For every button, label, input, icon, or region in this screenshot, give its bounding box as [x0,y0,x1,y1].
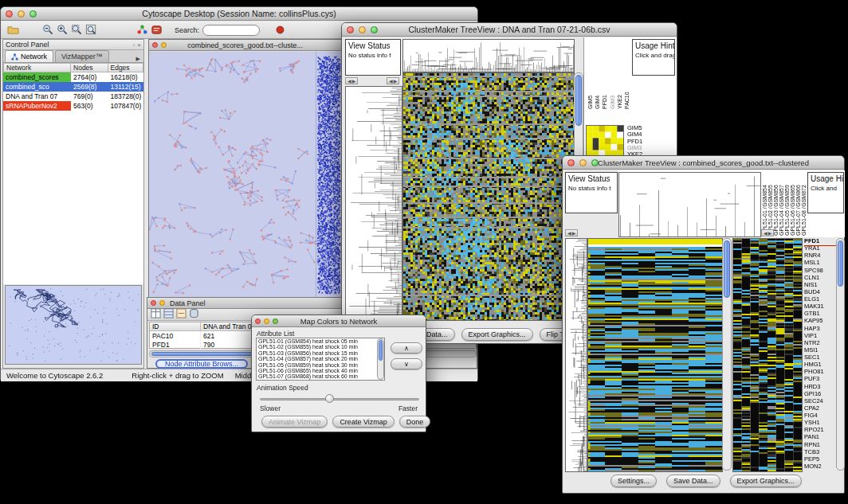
column-label[interactable]: GPL51-01 (GSM854 [761,172,767,236]
tab-overflow-icon[interactable]: ▶ [133,56,143,62]
gene-label[interactable]: MON2 [804,463,836,471]
column-label[interactable]: GPL51-02 (GSM855 [767,172,772,236]
zoom-fit-icon[interactable] [84,23,98,37]
annotation-icon[interactable] [149,23,163,37]
attribute-list-item[interactable]: GPL51-04 (GSM857) heat shock 20 min [257,356,384,361]
treeview-button[interactable]: Settings... [610,475,657,487]
attribute-function-icon[interactable] [176,307,186,322]
column-dendrogram-canvas[interactable] [618,172,761,237]
zoom-selected-icon[interactable] [69,23,84,37]
column-label[interactable]: GPL51-03 (GSM856 [772,172,778,236]
treeview-button[interactable]: Save Data... [666,475,720,487]
network-canvas[interactable] [149,52,341,297]
view-status-title: View Status [348,41,398,50]
treeview1-titlebar[interactable]: ClusterMaker TreeView : DNA and Tran 07-… [342,23,677,37]
network-list-row[interactable]: DNA and Tran 07 769(0) 183728(0) [3,92,143,101]
float-panel-icon[interactable]: ▫ [132,41,135,49]
speed-slider-track[interactable] [260,398,419,400]
network-name: sRNAPuberNov2 [3,101,71,111]
tab-network-label: Network [21,53,47,61]
frame-minimize-icon[interactable] [159,300,165,306]
slower-label: Slower [260,404,281,412]
scroll-left-right-icons[interactable]: ◀▶ [565,229,578,236]
view-status-panel: View Status No status info f [345,39,401,76]
network-view-titlebar[interactable]: combined_scores_good.txt--cluste... [149,40,341,51]
database-icon[interactable] [189,307,199,322]
treeview-button[interactable]: Export Graphics... [730,475,802,487]
column-label[interactable]: GPL51-07 (GSM866 [795,172,800,236]
attribute-list: GPL51-01 (GSM854) heat shock 05 minGPL51… [256,338,385,381]
network-list-row[interactable]: combined_sco 2569(8) 13112(15) [3,82,143,92]
attribute-list-items: GPL51-01 (GSM854) heat shock 05 minGPL51… [257,338,384,380]
column-label[interactable]: GIM4 [594,41,600,109]
secondary-heatmap-canvas[interactable] [732,238,803,472]
column-dendrogram-canvas[interactable] [402,39,575,72]
usage-hints-panel: Usage Hints Click and drag to [632,39,675,76]
zoom-in-icon[interactable] [55,23,69,37]
column-label[interactable]: GPL51-04 (GSM857 [778,172,783,236]
usage-hints-panel: Usage Hints Click and [807,172,844,213]
column-label[interactable]: GIM5 [587,41,593,109]
zoom-out-icon[interactable] [41,23,55,37]
network-name: DNA and Tran 07 [3,92,71,101]
dialog-titlebar[interactable]: Map Colors to Network [252,315,426,327]
network-overview-thumbnail[interactable] [5,285,142,365]
close-panel-icon[interactable]: × [137,41,141,49]
column-label[interactable]: PAC10 [623,41,630,109]
scroll-left-right-icons[interactable]: ◀▶ [345,77,358,84]
treeview-button[interactable]: Export Graphics... [461,328,533,341]
column-label[interactable]: GIM3 [609,41,615,109]
tab-vizmapper[interactable]: VizMapper™ [55,50,109,62]
speed-slider-thumb[interactable] [325,394,334,403]
move-down-button[interactable]: ∨ [391,358,422,369]
attribute-grid-icon[interactable] [163,307,174,322]
column-label[interactable]: GPL51-06 (GSM865 [789,172,795,236]
move-up-button[interactable]: ∧ [391,342,422,354]
heatmap-vscrollbar[interactable] [722,238,732,471]
dialog-button[interactable]: Animate Vizmap [261,416,328,428]
treeview2-titlebar[interactable]: ClusterMaker TreeView : combined_scores_… [563,156,844,170]
open-file-icon[interactable] [6,23,20,37]
main-titlebar[interactable]: Cytoscape Desktop (Session Name: collins… [1,7,477,21]
attribute-list-item[interactable]: GPL51-01 (GSM854) heat shock 05 min [257,338,384,344]
row-dendrogram-canvas[interactable] [565,238,587,472]
col-nodes[interactable]: Nodes [71,63,108,72]
view-status-panel: View Status No status info t [565,172,618,213]
heatmap-canvas[interactable] [587,238,723,472]
attribute-select-icon[interactable] [151,307,161,322]
attribute-list-item[interactable]: GPL51-06 (GSM865) heat shock 40 min [257,368,384,373]
scroll-left-right-icons[interactable]: ◀▶ [761,229,774,236]
tab-network[interactable]: Network [5,50,53,62]
network-list-row[interactable]: combined_scores 2764(0) 16218(0) [3,72,143,82]
column-label[interactable]: GPL51-08 (GSM872 [800,172,806,236]
col-network[interactable]: Network [3,63,71,72]
dialog-button[interactable]: Create Vizmap [332,416,394,428]
column-label[interactable]: PFD1 [601,41,607,109]
column-label[interactable]: YKE2 [616,41,622,109]
search-input[interactable] [202,25,260,36]
attribute-list-item[interactable]: GPL51-05 (GSM859) heat shock 30 min [257,362,384,368]
network-nodes: 563(0) [71,101,108,111]
network-edges: 107847(0) [108,101,144,111]
attribute-list-vscrollbar[interactable] [377,338,384,380]
heatmap-canvas[interactable] [402,72,575,321]
col-edges[interactable]: Edges [108,63,144,72]
vizmapper-icon[interactable] [135,23,149,37]
gene-list-vscrollbar[interactable] [836,238,845,471]
col-id[interactable]: ID [150,322,201,331]
row-id: PFD1 [150,340,201,349]
column-label[interactable]: GPL51-05 (GSM859 [783,172,789,236]
dialog-button[interactable]: Done [399,416,431,428]
attribute-list-item[interactable]: GPL51-02 (GSM855) heat shock 10 min [257,344,384,350]
attribute-list-item[interactable]: GPL51-03 (GSM856) heat shock 15 min [257,350,384,356]
network-list-row[interactable]: sRNAPuberNov2 563(0) 107847(0) [3,101,143,111]
scroll-left-right-icons[interactable]: ◀▶ [387,77,399,84]
usage-hints-text: Click and drag to [635,52,672,59]
map-colors-dialog: Map Colors to Network Attribute List GPL… [251,315,426,432]
row-dendrogram-canvas[interactable] [345,86,402,321]
record-icon[interactable] [273,23,287,37]
control-panel-header: Control Panel ▫ × [3,40,143,50]
node-attribute-browser-tab[interactable]: Node Attribute Brows... [155,359,248,369]
attribute-list-item[interactable]: GPL51-07 (GSM868) heat shock 60 min [257,373,384,379]
frame-close-icon[interactable] [151,300,156,306]
